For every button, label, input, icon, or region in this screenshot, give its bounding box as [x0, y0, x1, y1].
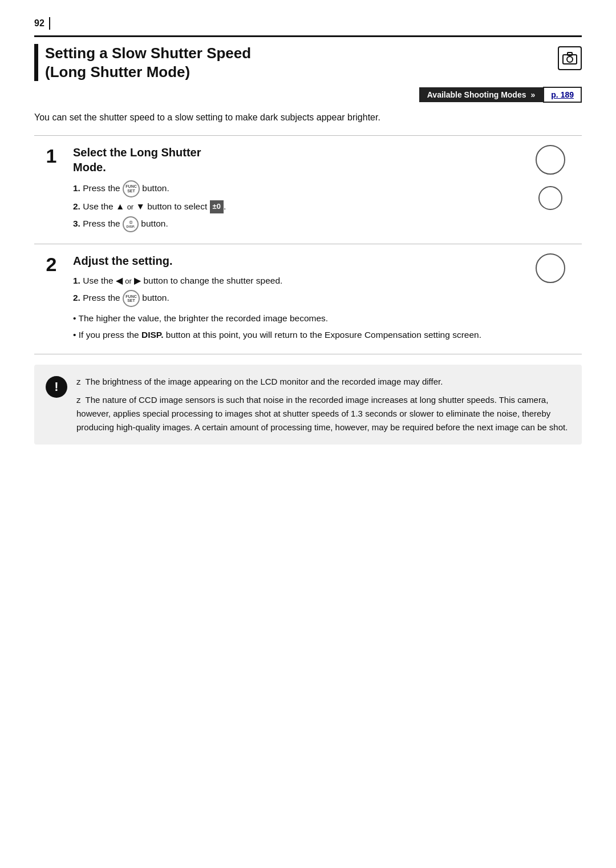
step-2-bullet-1: • The higher the value, the brighter the…: [73, 312, 510, 326]
caution-note-1: The brightness of the image appearing on…: [76, 375, 570, 389]
title-bar: [34, 44, 38, 81]
chevrons-icon: »: [531, 90, 536, 99]
page-title: Setting a Slow Shutter Speed (Long Shutt…: [45, 44, 251, 81]
step-1-number-col: 1: [34, 136, 68, 244]
shooting-modes-label-text: Available Shooting Modes: [427, 90, 526, 99]
step-2-bullet-2: • If you press the DISP. button at this …: [73, 328, 510, 342]
func-set-btn-1: FUNCSET: [123, 180, 140, 197]
step-2-instruction-2: 2. Press the FUNCSET button.: [73, 290, 510, 307]
step-2-circle-1: [536, 253, 565, 283]
step-1-title: Select the Long Shutter Mode.: [73, 145, 510, 175]
step-2-instruction-1: 1. Use the ◀ or ▶ button to change the s…: [73, 274, 510, 288]
title-left: Setting a Slow Shutter Speed (Long Shutt…: [34, 44, 251, 81]
caution-text: The brightness of the image appearing on…: [76, 375, 570, 434]
caution-icon: !: [46, 376, 67, 398]
step-1-body: 1. Press the FUNCSET button. 2. Use the …: [73, 180, 510, 232]
svg-point-1: [567, 56, 573, 62]
shooting-modes-page: p. 189: [543, 87, 582, 103]
disp-btn: ⎅ DISP.: [123, 216, 139, 232]
title-line2: (Long Shutter Mode): [45, 63, 190, 80]
step-1-content: Select the Long Shutter Mode. 1. Press t…: [68, 136, 519, 244]
shooting-modes-bar: Available Shooting Modes » p. 189: [34, 87, 582, 103]
page-number-text: 92: [34, 18, 44, 29]
title-section: Setting a Slow Shutter Speed (Long Shutt…: [34, 35, 582, 81]
shooting-modes-label: Available Shooting Modes »: [419, 87, 544, 102]
step-2-title: Adjust the setting.: [73, 253, 510, 268]
step-1-title-line2: Mode.: [73, 161, 106, 173]
step-1-number: 1: [46, 146, 57, 165]
step-2-illustrations: [519, 244, 582, 354]
caution-note-2: The nature of CCD image sensors is such …: [76, 393, 570, 434]
step-2-body: 1. Use the ◀ or ▶ button to change the s…: [73, 274, 510, 342]
step-1-title-line1: Select the Long Shutter: [73, 146, 201, 159]
step-1: 1 Select the Long Shutter Mode. 1. Press…: [34, 136, 582, 244]
step-2-number-col: 2: [34, 244, 68, 354]
step-2: 2 Adjust the setting. 1. Use the ◀ or ▶ …: [34, 244, 582, 354]
step-1-instruction-1: 1. Press the FUNCSET button.: [73, 180, 510, 197]
shooting-modes-page-number: p. 189: [551, 90, 574, 99]
step-1-circle-1: [536, 145, 565, 175]
step-1-illustrations: [519, 136, 582, 244]
intro-text: You can set the shutter speed to a slow …: [34, 111, 582, 125]
page: 92 Setting a Slow Shutter Speed (Long Sh…: [0, 0, 616, 868]
step-1-instruction-2: 2. Use the ▲ or ▼ button to select ±0.: [73, 200, 510, 214]
page-number: 92: [34, 17, 582, 30]
pm-icon: ±0: [210, 200, 224, 213]
camera-icon: [558, 46, 582, 70]
steps-container: 1 Select the Long Shutter Mode. 1. Press…: [34, 135, 582, 354]
step-1-instruction-3: 3. Press the ⎅ DISP. button.: [73, 216, 510, 232]
step-1-circle-2: [538, 186, 562, 210]
step-2-title-text: Adjust the setting.: [73, 255, 172, 267]
func-set-btn-2: FUNCSET: [123, 290, 140, 307]
title-line1: Setting a Slow Shutter Speed: [45, 45, 251, 62]
step-2-number: 2: [46, 255, 57, 274]
caution-section: ! The brightness of the image appearing …: [34, 365, 582, 445]
step-2-content: Adjust the setting. 1. Use the ◀ or ▶ bu…: [68, 244, 519, 354]
svg-rect-2: [568, 53, 572, 55]
intro-text-content: You can set the shutter speed to a slow …: [34, 112, 380, 122]
caution-icon-text: !: [54, 380, 58, 394]
